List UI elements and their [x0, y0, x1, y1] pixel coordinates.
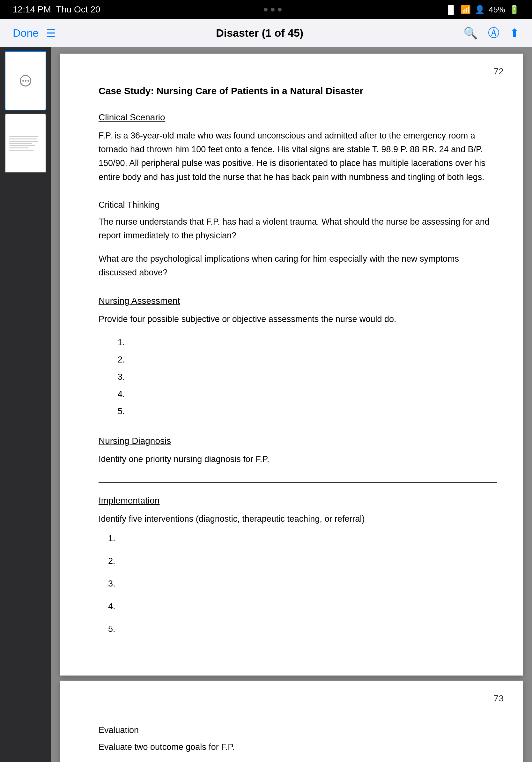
- thumb-page-1[interactable]: [5, 51, 46, 111]
- battery-icon: 🔋: [509, 5, 519, 15]
- pdf-page-72: 72 Case Study: Nursing Care of Patients …: [60, 54, 523, 675]
- main-layout: 72 Case Study: Nursing Care of Patients …: [0, 47, 532, 762]
- annotation-icon[interactable]: Ⓐ: [488, 25, 499, 41]
- battery-level: 45%: [489, 5, 505, 15]
- nav-right: 🔍 Ⓐ ⬆: [463, 25, 519, 41]
- status-center: [264, 8, 282, 12]
- content-area[interactable]: 72 Case Study: Nursing Care of Patients …: [51, 47, 532, 762]
- assessment-item-1: 1.: [118, 334, 497, 351]
- thumb-page-2[interactable]: [5, 114, 46, 173]
- evaluation-text: Evaluate two outcome goals for F.P.: [99, 740, 497, 754]
- critical-thinking-title: Critical Thinking: [99, 200, 497, 210]
- done-button[interactable]: Done: [13, 27, 38, 39]
- clinical-scenario-text: F.P. is a 36-year-old male who was found…: [99, 129, 497, 184]
- list-icon[interactable]: ☰: [46, 27, 56, 39]
- doc-title: Case Study: Nursing Care of Patients in …: [99, 86, 497, 96]
- assessment-item-3: 3.: [118, 368, 497, 385]
- thumb-page-preview-2: [7, 116, 44, 170]
- assessment-item-5: 5.: [118, 403, 497, 420]
- status-time: 12:14 PM: [13, 4, 51, 15]
- dot-2: [271, 8, 275, 12]
- status-date: Thu Oct 20: [56, 4, 100, 15]
- pdf-page-73: 73 Evaluation Evaluate two outcome goals…: [60, 681, 523, 762]
- dot-1: [264, 8, 268, 12]
- thumb-page-preview-1: [7, 54, 44, 108]
- share-icon[interactable]: ⬆: [510, 27, 519, 40]
- nav-title: Disaster (1 of 45): [216, 27, 303, 39]
- search-icon[interactable]: 🔍: [463, 27, 478, 40]
- nursing-diagnosis-label: Nursing Diagnosis: [99, 436, 497, 446]
- person-icon: 👤: [475, 5, 485, 15]
- critical-thinking-text-1: The nurse understands that F.P. has had …: [99, 215, 497, 243]
- clinical-scenario-label: Clinical Scenario: [99, 112, 497, 122]
- nav-bar: Done ☰ Disaster (1 of 45) 🔍 Ⓐ ⬆: [0, 19, 532, 47]
- status-left: 12:14 PM Thu Oct 20: [13, 4, 100, 15]
- nursing-assessment-label: Nursing Assessment: [99, 296, 497, 306]
- implementation-item-4: 4.: [108, 601, 497, 611]
- implementation-list: 1. 2. 3. 4. 5.: [108, 534, 497, 634]
- implementation-text: Identify five interventions (diagnostic,…: [99, 512, 497, 526]
- implementation-item-5: 5.: [108, 624, 497, 634]
- nursing-diagnosis-text: Identify one priority nursing diagnosis …: [99, 452, 497, 466]
- page-divider: [99, 482, 497, 483]
- status-bar: 12:14 PM Thu Oct 20 ▐▌ 📶 👤 45% 🔋: [0, 0, 532, 19]
- implementation-item-2: 2.: [108, 556, 497, 566]
- status-right: ▐▌ 📶 👤 45% 🔋: [445, 5, 519, 15]
- critical-thinking-text-2: What are the psychological implications …: [99, 252, 497, 279]
- signal-icon: ▐▌: [445, 5, 457, 15]
- thumb-lines-container: [7, 134, 44, 153]
- page-number-73: 73: [494, 693, 503, 704]
- dot-3: [278, 8, 282, 12]
- page-number-72: 72: [494, 66, 503, 77]
- evaluation-label: Evaluation: [99, 725, 497, 735]
- implementation-label: Implementation: [99, 495, 497, 506]
- nursing-assessment-list: 1. 2. 3. 4. 5.: [118, 334, 497, 420]
- wifi-icon: 📶: [461, 5, 471, 15]
- sidebar: [0, 47, 51, 762]
- nav-left: Done ☰: [13, 27, 56, 39]
- assessment-item-4: 4.: [118, 385, 497, 403]
- assessment-item-2: 2.: [118, 351, 497, 368]
- thumb-dots-icon: [20, 75, 31, 87]
- nursing-assessment-text: Provide four possible subjective or obje…: [99, 312, 497, 326]
- implementation-item-3: 3.: [108, 579, 497, 589]
- implementation-item-1: 1.: [108, 534, 497, 543]
